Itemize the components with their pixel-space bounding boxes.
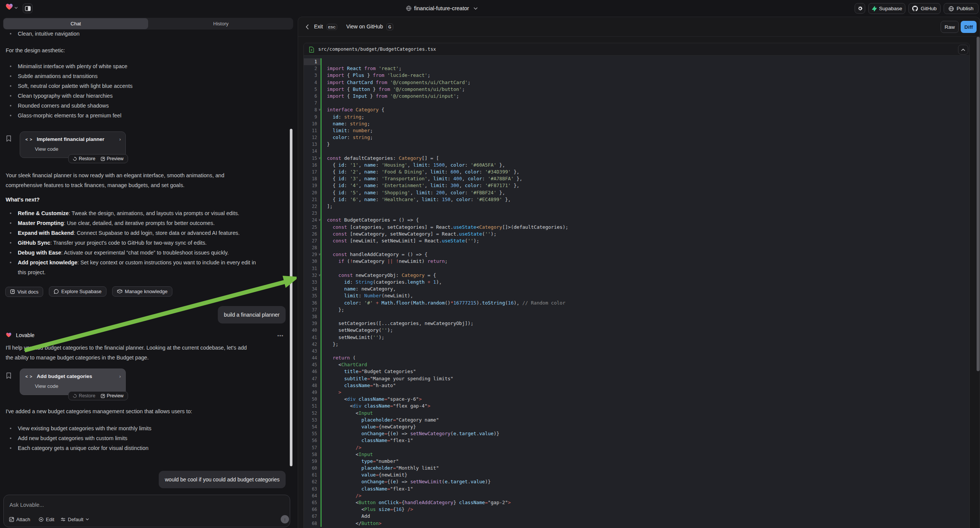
code-line: 59 type="number" bbox=[304, 458, 969, 465]
code-scrollbar[interactable] bbox=[977, 37, 980, 371]
code-line: 15∨const defaultCategories: Category[] =… bbox=[304, 155, 969, 162]
code-line: 65 <Button onClick={handleAddCategory} c… bbox=[304, 499, 969, 506]
code-line: 25 const [categories, setCategories] = R… bbox=[304, 224, 969, 231]
code-line: 58 <Input bbox=[304, 451, 969, 458]
code-line: 54 value={newCategory} bbox=[304, 423, 969, 430]
code-view-panel: Exit ESC View on GitHub G Raw Diff src/c… bbox=[298, 17, 980, 528]
esc-key-badge: ESC bbox=[326, 24, 337, 30]
code-line: 66 <Plus size={16} /> bbox=[304, 506, 969, 513]
code-line: 31 bbox=[304, 265, 969, 272]
code-line: 17 { id: '2', name: 'Food & Dining', lim… bbox=[304, 169, 969, 175]
code-line: 48 className="h-auto" bbox=[304, 382, 969, 389]
code-view-header: Exit ESC View on GitHub G Raw Diff bbox=[298, 17, 980, 37]
code-line: 26 const [newCategory, setNewCategory] =… bbox=[304, 231, 969, 237]
supabase-label: Supabase bbox=[879, 6, 902, 11]
code-line: 53 placeholder="Category name" bbox=[304, 417, 969, 423]
code-line: 50 <div className="space-y-6"> bbox=[304, 396, 969, 402]
code-line: 23 bbox=[304, 210, 969, 217]
supabase-icon bbox=[872, 6, 877, 11]
publish-button[interactable]: Publish bbox=[943, 3, 978, 14]
code-line: 39 setCategories([...categories, newCate… bbox=[304, 320, 969, 327]
code-line: 45 <ChartCard bbox=[304, 361, 969, 368]
code-line: 67 Add bbox=[304, 513, 969, 520]
code-line: 47 subtitle="Manage your spending limits… bbox=[304, 375, 969, 382]
code-line: 18 { id: '3', name: 'Transportation', li… bbox=[304, 175, 969, 182]
publish-globe-icon bbox=[948, 6, 954, 11]
code-line: 16 { id: '1', name: 'Housing', limit: 15… bbox=[304, 162, 969, 169]
project-chevron-down-icon[interactable] bbox=[474, 7, 478, 10]
code-line: 28 bbox=[304, 244, 969, 251]
code-line: 14 bbox=[304, 148, 969, 154]
code-line: 27 const [newLimit, setNewLimit] = React… bbox=[304, 237, 969, 244]
code-line: 9 id: string; bbox=[304, 114, 969, 121]
code-line: 35 limit: Number(newLimit), bbox=[304, 293, 969, 299]
raw-toggle-button[interactable]: Raw bbox=[940, 21, 959, 33]
chevron-up-icon bbox=[961, 48, 965, 51]
gear-icon bbox=[857, 6, 863, 11]
chat-panel: Chat History Clean, intuitive navigation… bbox=[0, 0, 297, 528]
code-line: 33 id: String(categories.length + 1), bbox=[304, 279, 969, 286]
code-line: 10 name: string; bbox=[304, 121, 969, 127]
code-line: 52 <Input bbox=[304, 410, 969, 417]
code-line: 51 <div className="flex gap-4"> bbox=[304, 402, 969, 409]
project-name[interactable]: financial-future-creator bbox=[414, 5, 469, 12]
file-header[interactable]: src/components/budget/BudgetCategories.t… bbox=[304, 43, 969, 56]
code-line: 34 name: newCategory, bbox=[304, 286, 969, 293]
code-line: 43 bbox=[304, 348, 969, 355]
code-line: 49 > bbox=[304, 389, 969, 396]
code-line: 5import { Button } from '@/components/ui… bbox=[304, 86, 969, 93]
diff-toggle-button[interactable]: Diff bbox=[961, 21, 977, 33]
code-line: 8∨interface Category { bbox=[304, 107, 969, 113]
code-lines[interactable]: 12import React from 'react';3import { Pl… bbox=[304, 56, 969, 527]
code-line: 6import { Input } from '@/components/ui/… bbox=[304, 93, 969, 100]
code-line: 30 if (!newCategory || !newLimit) return… bbox=[304, 258, 969, 265]
code-line: 68 </Button> bbox=[304, 520, 969, 527]
code-line: 40 setNewCategory(''); bbox=[304, 327, 969, 334]
code-line: 7 bbox=[304, 100, 969, 107]
code-line: 19 { id: '4', name: 'Entertainment', lim… bbox=[304, 182, 969, 189]
code-line: 61 value={newLimit} bbox=[304, 472, 969, 479]
exit-button[interactable]: Exit bbox=[314, 24, 323, 30]
settings-button[interactable] bbox=[854, 3, 865, 14]
code-line: 1 bbox=[304, 58, 969, 65]
code-line: 64 /> bbox=[304, 492, 969, 499]
code-line: 56 className="flex-1" bbox=[304, 437, 969, 444]
code-line: 20 { id: '5', name: 'Shopping', limit: 2… bbox=[304, 189, 969, 196]
code-line: 22]; bbox=[304, 203, 969, 210]
code-line: 36 color: '#' + Math.floor(Math.random()… bbox=[304, 300, 969, 307]
annotation-arrow bbox=[0, 0, 297, 528]
collapse-file-button[interactable] bbox=[958, 45, 968, 54]
code-line: 44 return ( bbox=[304, 355, 969, 361]
file-path: src/components/budget/BudgetCategories.t… bbox=[318, 43, 436, 56]
code-line: 21 { id: '6', name: 'Healthcare', limit:… bbox=[304, 196, 969, 203]
github-label: GitHub bbox=[921, 6, 936, 11]
code-line: 60 placeholder="Monthly limit" bbox=[304, 465, 969, 472]
code-line: 24∨const BudgetCategories = () => { bbox=[304, 217, 969, 223]
code-line: 13} bbox=[304, 141, 969, 148]
code-line: 63 className="flex-1" bbox=[304, 485, 969, 492]
code-line: 32∨ const newCategoryObj: Category = { bbox=[304, 272, 969, 279]
code-line: 57 /> bbox=[304, 444, 969, 451]
code-line: 12 color: string; bbox=[304, 134, 969, 141]
supabase-button[interactable]: Supabase bbox=[868, 3, 905, 14]
project-globe-icon bbox=[406, 6, 411, 11]
code-line: 29∨ const handleAddCategory = () => { bbox=[304, 251, 969, 258]
view-on-github-link[interactable]: View on GitHub bbox=[346, 24, 383, 30]
code-line: 38 bbox=[304, 313, 969, 320]
publish-label: Publish bbox=[956, 6, 973, 11]
code-line: 42 }; bbox=[304, 341, 969, 348]
github-icon bbox=[912, 6, 918, 11]
code-line: 55 onChange={(e) => setNewCategory(e.tar… bbox=[304, 430, 969, 437]
code-line: 37 }; bbox=[304, 307, 969, 313]
code-line: 11 limit: number; bbox=[304, 127, 969, 134]
code-line: 2import React from 'react'; bbox=[304, 65, 969, 72]
chevron-left-icon[interactable] bbox=[306, 24, 309, 30]
code-line: 3import { Plus } from 'lucide-react'; bbox=[304, 72, 969, 79]
g-key-badge: G bbox=[387, 24, 393, 30]
github-button[interactable]: GitHub bbox=[908, 3, 940, 14]
file-diff-container: src/components/budget/BudgetCategories.t… bbox=[304, 43, 970, 528]
code-line: 4import ChartCard from '@/components/ui/… bbox=[304, 79, 969, 86]
added-file-icon bbox=[309, 46, 314, 52]
code-line: 46 title="Budget Categories" bbox=[304, 368, 969, 375]
code-line: 41 setNewLimit(''); bbox=[304, 334, 969, 341]
